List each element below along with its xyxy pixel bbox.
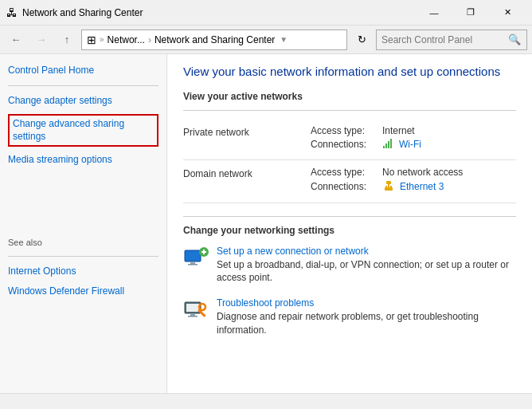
private-network-name: Private network	[183, 125, 311, 138]
action-troubleshoot: Troubleshoot problems Diagnose and repai…	[183, 297, 516, 337]
titlebar-title: Network and Sharing Center	[22, 7, 143, 18]
search-box[interactable]: 🔍	[376, 29, 527, 50]
main-layout: Control Panel Home Change adapter settin…	[0, 54, 532, 409]
titlebar-left: 🖧 Network and Sharing Center	[6, 6, 143, 19]
private-access-label: Access type:	[311, 125, 382, 136]
breadcrumb-bar[interactable]: ⊞ » Networ... › Network and Sharing Cent…	[81, 29, 347, 50]
domain-network-row: Domain network Access type: No network a…	[183, 160, 516, 203]
ethernet-icon	[382, 179, 395, 195]
sidebar-change-advanced-sharing[interactable]: Change advanced sharing settings	[8, 114, 158, 147]
svg-rect-16	[186, 304, 199, 312]
action-new-connection: Set up a new connection or network Set u…	[183, 246, 516, 285]
sidebar-media-streaming[interactable]: Media streaming options	[8, 153, 158, 167]
domain-access-row: Access type: No network access	[311, 167, 516, 178]
action2-desc: Diagnose and repair network problems, or…	[217, 311, 479, 336]
svg-rect-17	[190, 313, 195, 316]
svg-rect-7	[385, 186, 387, 188]
svg-rect-0	[383, 146, 385, 148]
wifi-bars-svg	[382, 138, 397, 149]
sidebar-internet-options[interactable]: Internet Options	[8, 265, 158, 278]
titlebar: 🖧 Network and Sharing Center — ❐ ✕	[0, 0, 532, 26]
forward-button[interactable]: →	[30, 29, 53, 51]
action1-link[interactable]: Set up a new connection or network	[217, 246, 516, 257]
ethernet-label: Ethernet 3	[400, 181, 444, 192]
search-input[interactable]	[381, 34, 505, 45]
ethernet-link[interactable]: Ethernet 3	[382, 179, 444, 195]
back-button[interactable]: ←	[5, 29, 27, 51]
svg-rect-2	[388, 141, 389, 148]
new-connection-icon	[183, 246, 209, 271]
minimize-button[interactable]: —	[416, 0, 452, 26]
sidebar: Control Panel Home Change adapter settin…	[0, 54, 167, 409]
maximize-button[interactable]: ❐	[452, 0, 489, 26]
svg-point-20	[199, 304, 205, 310]
domain-network-info: Access type: No network access Connectio…	[311, 167, 516, 196]
up-button[interactable]: ↑	[56, 29, 78, 51]
svg-rect-14	[203, 250, 205, 254]
close-button[interactable]: ✕	[489, 0, 526, 26]
networks-section: Private network Access type: Internet Co…	[183, 119, 516, 203]
navbar: ← → ↑ ⊞ » Networ... › Network and Sharin…	[0, 26, 532, 54]
private-access-row: Access type: Internet	[311, 125, 516, 136]
wifi-link[interactable]: Wi-Fi	[382, 138, 421, 151]
action1-text: Set up a new connection or network Set u…	[217, 246, 516, 285]
domain-conn-label: Connections:	[311, 181, 382, 192]
sidebar-change-adapter[interactable]: Change adapter settings	[8, 94, 158, 108]
private-access-value: Internet	[382, 125, 415, 136]
action2-link[interactable]: Troubleshoot problems	[217, 297, 516, 309]
domain-access-value: No network access	[382, 167, 463, 178]
svg-rect-8	[390, 186, 392, 188]
active-networks-label: View your active networks	[183, 91, 516, 102]
statusbar	[0, 393, 532, 409]
svg-rect-10	[190, 262, 195, 264]
content-area: View your basic network information and …	[167, 54, 532, 409]
page-title: View your basic network information and …	[183, 64, 516, 80]
refresh-button[interactable]: ↻	[350, 29, 373, 51]
breadcrumb-icon: ⊞	[87, 33, 96, 46]
see-also-label: See also	[8, 238, 42, 247]
private-connections-row: Connections: Wi-	[311, 138, 516, 151]
action1-desc: Set up a broadband, dial-up, or VPN conn…	[217, 259, 509, 284]
titlebar-controls: — ❐ ✕	[416, 0, 526, 26]
troubleshoot-icon	[183, 297, 209, 323]
search-icon: 🔍	[508, 33, 521, 45]
wifi-icon	[382, 138, 397, 151]
private-conn-label: Connections:	[311, 139, 382, 150]
private-network-row: Private network Access type: Internet Co…	[183, 119, 516, 160]
breadcrumb-sep1: »	[100, 35, 104, 44]
domain-connections-row: Connections: E	[311, 179, 516, 195]
breadcrumb-dropdown-icon[interactable]: ▼	[280, 35, 288, 44]
svg-rect-18	[188, 316, 198, 317]
svg-rect-9	[185, 250, 201, 262]
svg-rect-3	[390, 139, 392, 148]
breadcrumb-short: Networ...	[108, 34, 145, 45]
app-icon: 🖧	[6, 6, 18, 19]
svg-rect-11	[188, 264, 198, 265]
action2-text: Troubleshoot problems Diagnose and repai…	[217, 297, 516, 337]
breadcrumb-current: Network and Sharing Center	[155, 34, 275, 45]
domain-access-label: Access type:	[311, 167, 382, 178]
wifi-label: Wi-Fi	[399, 139, 421, 150]
sidebar-firewall[interactable]: Windows Defender Firewall	[8, 285, 158, 298]
private-network-info: Access type: Internet Connections:	[311, 125, 516, 153]
change-section-label: Change your networking settings	[183, 225, 516, 236]
ethernet-icon-svg	[382, 179, 395, 192]
sidebar-control-panel-home[interactable]: Control Panel Home	[8, 64, 158, 77]
svg-rect-1	[385, 144, 387, 148]
breadcrumb-sep2: ›	[148, 34, 151, 45]
svg-rect-5	[388, 184, 389, 187]
domain-network-name: Domain network	[183, 167, 311, 179]
svg-rect-4	[386, 181, 391, 184]
